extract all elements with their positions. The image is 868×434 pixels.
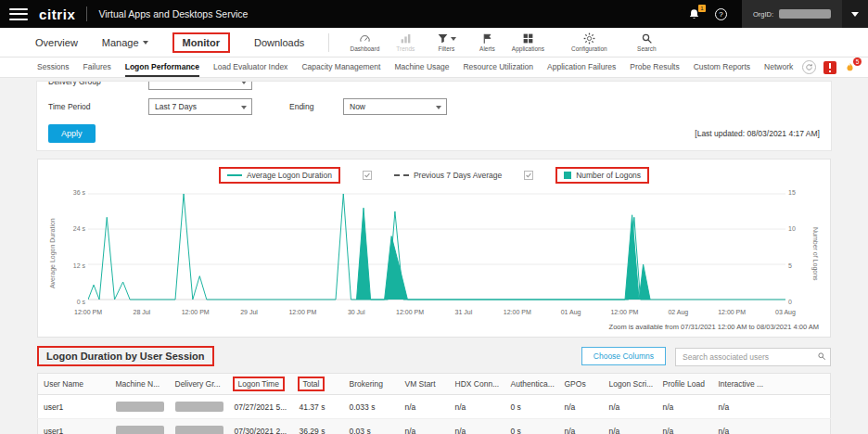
org-id-box: OrgID:	[742, 0, 842, 28]
col-user-name[interactable]: User Name	[38, 374, 110, 395]
tab-application-failures[interactable]: Application Failures	[547, 57, 616, 77]
tab-probe-results[interactable]: Probe Results	[630, 57, 679, 77]
tool-label: Configuration	[571, 45, 607, 52]
col-machine-n[interactable]: Machine N...	[110, 374, 170, 395]
cell-hdx-conn: n/a	[450, 395, 505, 419]
trends-icon	[400, 32, 412, 45]
user-menu-button[interactable]	[842, 0, 868, 28]
tool-filters[interactable]: Filters	[426, 32, 466, 52]
cell-interactive: n/a	[713, 419, 831, 434]
subnav-right: 5	[802, 60, 859, 74]
table-row[interactable]: user107/30/2021 2...36.29 s0.03 sn/an/a0…	[38, 419, 831, 434]
main-navbar: OverviewManageMonitorDownloads Dashboard…	[0, 28, 868, 57]
cell-delivery-gr	[170, 419, 229, 434]
cell-logon-scri: n/a	[604, 395, 657, 419]
chart-plot-area: 12:00 PM28 Jul12:00 PM29 Jul12:00 PM30 J…	[88, 188, 785, 319]
help-button[interactable]: ?	[715, 8, 727, 20]
time-period-select[interactable]: Last 7 Days	[148, 98, 252, 115]
hamburger-menu-icon[interactable]	[9, 8, 28, 20]
ending-select[interactable]: Now	[343, 98, 447, 115]
tool-dashboard[interactable]: Dashboard	[344, 32, 385, 52]
cell-authentica: 0 s	[505, 395, 559, 419]
table-row[interactable]: user107/27/2021 5...41.37 s0.033 sn/an/a…	[38, 395, 831, 419]
alerts-count-button[interactable]: 5	[844, 60, 859, 74]
section-title: Logon Duration by User Session	[37, 346, 214, 366]
tool-configuration[interactable]: Configuration	[568, 32, 609, 52]
tab-machine-usage[interactable]: Machine Usage	[394, 57, 449, 77]
nav-link-label: Manage	[102, 37, 139, 48]
org-id-redacted-value	[779, 9, 831, 19]
col-authentica[interactable]: Authentica...	[505, 374, 559, 395]
col-hdx-conn[interactable]: HDX Conn...	[450, 374, 505, 395]
nav-link-label: Downloads	[254, 37, 304, 48]
error-indicator[interactable]	[823, 61, 836, 74]
cell-machine-n	[110, 419, 170, 434]
tab-custom-reports[interactable]: Custom Reports	[694, 57, 750, 77]
notifications-button[interactable]: 1	[688, 8, 700, 20]
tool-alerts[interactable]: Alerts	[466, 32, 507, 52]
filters-icon	[437, 32, 456, 45]
logon-table-section: Logon Duration by User Session Choose Co…	[37, 346, 831, 434]
col-profile-load[interactable]: Profile Load	[657, 374, 713, 395]
search-input[interactable]	[675, 348, 831, 366]
col-brokering[interactable]: Brokering	[344, 374, 400, 395]
y-tick-left: 36 s	[73, 189, 85, 196]
nav-link-downloads[interactable]: Downloads	[254, 37, 304, 48]
y-axis-left-ticks: 36 s24 s12 s0 s	[60, 188, 85, 307]
cell-user-name: user1	[38, 419, 110, 434]
tool-trends[interactable]: Trends	[385, 32, 426, 52]
tool-applications[interactable]: Applications	[507, 32, 548, 52]
cell-machine-n	[110, 395, 170, 419]
cell-logon-scri: n/a	[604, 419, 657, 434]
tab-resource-utilization[interactable]: Resource Utilization	[463, 57, 533, 77]
cell-profile-load: n/a	[657, 419, 713, 434]
x-tick: 12:00 PM	[718, 309, 746, 315]
content-area: Delivery Group Time Period Last 7 Days E…	[0, 78, 868, 434]
x-tick: 03 Aug	[775, 309, 796, 315]
tab-network[interactable]: Network	[764, 57, 793, 77]
legend-item-previous-7-days-average[interactable]: Previous 7 Days Average	[394, 171, 502, 180]
col-logon-time[interactable]: Logon Time	[229, 374, 294, 395]
col-gpos[interactable]: GPOs	[559, 374, 604, 395]
legend-item-number-of-logons[interactable]: Number of Logons	[555, 167, 649, 184]
legend-checkbox[interactable]	[524, 171, 533, 180]
tab-capacity-management[interactable]: Capacity Management	[301, 57, 380, 77]
redacted-value	[116, 426, 164, 434]
col-label: Profile Load	[663, 379, 705, 389]
nav-link-overview[interactable]: Overview	[35, 37, 78, 48]
col-total[interactable]: Total	[294, 374, 344, 395]
x-tick: 02 Aug	[668, 309, 688, 315]
filter-panel: Delivery Group Time Period Last 7 Days E…	[37, 82, 831, 150]
refresh-button[interactable]	[802, 60, 816, 74]
dashed-line-marker	[394, 174, 409, 176]
logon-chart-panel: Average Logon DurationPrevious 7 Days Av…	[37, 159, 831, 338]
y-tick-right: 10	[788, 225, 796, 232]
col-label: User Name	[44, 379, 83, 389]
time-period-row: Time Period Last 7 Days Ending Now	[48, 98, 820, 115]
y-tick-left: 0 s	[77, 299, 85, 305]
col-interactive[interactable]: Interactive ...	[713, 374, 831, 395]
legend-item-average-logon-duration[interactable]: Average Logon Duration	[219, 167, 340, 184]
zoom-availability-note: Zoom is available from 07/31/2021 12:00 …	[49, 323, 819, 331]
tab-sessions[interactable]: Sessions	[37, 57, 70, 77]
col-delivery-gr[interactable]: Delivery Gr...	[170, 374, 229, 395]
tab-logon-performance[interactable]: Logon Performance	[125, 57, 199, 77]
nav-link-monitor[interactable]: Monitor	[172, 32, 230, 53]
tool-search[interactable]: Search	[626, 32, 667, 52]
delivery-group-select[interactable]	[148, 82, 252, 90]
redacted-value	[116, 402, 164, 412]
choose-columns-button[interactable]: Choose Columns	[581, 347, 666, 365]
legend-checkbox[interactable]	[363, 171, 372, 180]
tab-failures[interactable]: Failures	[83, 57, 111, 77]
col-vm-start[interactable]: VM Start	[400, 374, 450, 395]
x-tick: 30 Jul	[348, 309, 365, 315]
subnav-tabs: SessionsFailuresLogon PerformanceLoad Ev…	[37, 57, 793, 77]
cell-profile-load: n/a	[657, 395, 713, 419]
col-logon-scri[interactable]: Logon Scri...	[604, 374, 657, 395]
nav-link-manage[interactable]: Manage	[102, 37, 148, 48]
logon-duration-chart[interactable]	[88, 188, 785, 307]
col-label: Brokering	[350, 379, 383, 389]
apply-button[interactable]: Apply	[48, 124, 96, 143]
tab-load-evaluator-index[interactable]: Load Evaluator Index	[213, 57, 287, 77]
search-icon[interactable]	[817, 351, 826, 361]
